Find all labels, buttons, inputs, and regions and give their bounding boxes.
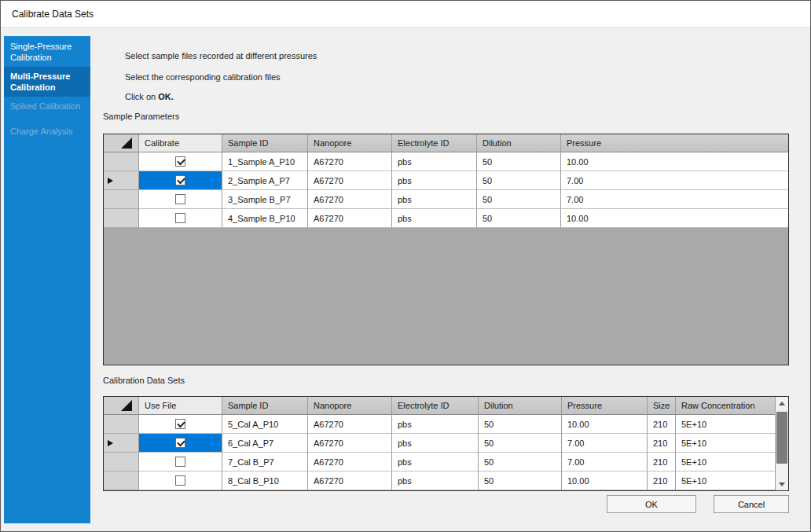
dilution-cell[interactable]: 50 <box>477 190 561 209</box>
row-header[interactable] <box>104 434 139 453</box>
raw-concentration-cell[interactable]: 5E+10 <box>676 415 775 434</box>
nanopore-cell[interactable]: A67270 <box>308 415 392 434</box>
electrolyte-id-cell[interactable]: pbs <box>392 471 479 490</box>
column-header-use-file[interactable]: Use File <box>139 397 222 415</box>
nanopore-cell[interactable]: A67270 <box>308 152 392 171</box>
select-all-cell[interactable] <box>104 134 139 152</box>
calibrate-cell[interactable] <box>139 209 222 228</box>
row-header[interactable] <box>104 471 139 490</box>
column-header-pressure[interactable]: Pressure <box>561 134 788 152</box>
scroll-up-button[interactable] <box>776 397 788 409</box>
electrolyte-id-cell[interactable]: pbs <box>392 190 477 209</box>
dilution-cell[interactable]: 50 <box>477 171 561 190</box>
title-bar[interactable]: Calibrate Data Sets <box>1 1 810 28</box>
calibrate-checkbox[interactable] <box>175 175 185 185</box>
nanopore-cell[interactable]: A67270 <box>308 434 392 453</box>
row-header[interactable] <box>104 190 139 209</box>
column-header-sample-id[interactable]: Sample ID <box>222 134 308 152</box>
dilution-cell[interactable]: 50 <box>479 471 562 490</box>
column-header-raw-concentration[interactable]: Raw Concentration <box>676 397 775 415</box>
electrolyte-id-cell[interactable]: pbs <box>392 171 477 190</box>
column-header-size[interactable]: Size <box>648 397 676 415</box>
pressure-cell[interactable]: 7.00 <box>562 434 648 453</box>
sample-id-cell[interactable]: 6_Cal A_P7 <box>222 434 308 453</box>
size-cell[interactable]: 210 <box>648 434 676 453</box>
electrolyte-id-cell[interactable]: pbs <box>392 415 479 434</box>
column-header-nanopore[interactable]: Nanopore <box>308 134 392 152</box>
sample-id-cell[interactable]: 7_Cal B_P7 <box>222 453 308 471</box>
raw-concentration-cell[interactable]: 5E+10 <box>676 434 775 453</box>
sidebar-item-multi-pressure-calibration[interactable]: Multi-Pressure Calibration <box>4 67 90 97</box>
raw-concentration-cell[interactable]: 5E+10 <box>676 471 775 490</box>
calibrate-cell[interactable] <box>139 152 222 171</box>
size-cell[interactable]: 210 <box>648 415 676 434</box>
sample-id-cell[interactable]: 4_Sample B_P10 <box>222 209 308 228</box>
row-header[interactable] <box>104 209 139 228</box>
size-cell[interactable]: 210 <box>648 471 676 490</box>
sample-id-cell[interactable]: 5_Cal A_P10 <box>222 415 308 434</box>
use-file-cell[interactable] <box>139 453 222 471</box>
dilution-cell[interactable]: 50 <box>479 434 562 453</box>
use-file-cell[interactable] <box>139 434 222 453</box>
row-header[interactable] <box>104 453 139 471</box>
column-header-calibrate[interactable]: Calibrate <box>139 134 222 152</box>
use-file-cell[interactable] <box>139 471 222 490</box>
pressure-cell[interactable]: 10.00 <box>561 152 788 171</box>
pressure-cell[interactable]: 10.00 <box>561 209 788 228</box>
vertical-scrollbar[interactable] <box>775 397 788 490</box>
column-header-electrolyte-id[interactable]: Electrolyte ID <box>392 397 479 415</box>
select-all-cell[interactable] <box>104 397 139 415</box>
electrolyte-id-cell[interactable]: pbs <box>392 453 479 471</box>
dilution-cell[interactable]: 50 <box>479 415 562 434</box>
column-header-dilution[interactable]: Dilution <box>479 397 562 415</box>
scrollbar-thumb[interactable] <box>776 412 787 464</box>
pressure-cell[interactable]: 7.00 <box>561 171 788 190</box>
use-file-checkbox[interactable] <box>175 475 185 486</box>
use-file-checkbox[interactable] <box>175 419 185 429</box>
sidebar-item-spiked-calibration[interactable]: Spiked Calibration <box>4 97 90 116</box>
row-header[interactable] <box>104 171 139 190</box>
column-header-nanopore[interactable]: Nanopore <box>308 397 392 415</box>
sample-id-cell[interactable]: 8_Cal B_P10 <box>222 471 308 490</box>
calibrate-cell[interactable] <box>139 190 222 209</box>
row-header[interactable] <box>104 152 139 171</box>
nanopore-cell[interactable]: A67270 <box>308 171 392 190</box>
electrolyte-id-cell[interactable]: pbs <box>392 152 477 171</box>
use-file-checkbox[interactable] <box>175 457 185 467</box>
use-file-cell[interactable] <box>139 415 222 434</box>
ok-button[interactable]: OK <box>607 495 696 513</box>
calibrate-cell[interactable] <box>139 171 222 190</box>
sample-id-cell[interactable]: 1_Sample A_P10 <box>222 152 308 171</box>
pressure-cell[interactable]: 7.00 <box>562 453 648 471</box>
column-header-sample-id[interactable]: Sample ID <box>222 397 308 415</box>
column-header-dilution[interactable]: Dilution <box>477 134 561 152</box>
pressure-cell[interactable]: 10.00 <box>562 471 648 490</box>
dilution-cell[interactable]: 50 <box>477 209 561 228</box>
nanopore-cell[interactable]: A67270 <box>308 453 392 471</box>
pressure-cell[interactable]: 10.00 <box>562 415 648 434</box>
calibrate-checkbox[interactable] <box>175 213 185 223</box>
sidebar-item-single-pressure-calibration[interactable]: Single-Pressure Calibration <box>4 37 90 67</box>
scroll-down-button[interactable] <box>776 478 788 490</box>
sidebar-item-charge-analysis[interactable]: Charge Analysis <box>4 122 90 141</box>
calibrate-checkbox[interactable] <box>175 156 185 167</box>
use-file-checkbox[interactable] <box>175 438 185 448</box>
size-cell[interactable]: 210 <box>648 453 676 471</box>
electrolyte-id-cell[interactable]: pbs <box>392 209 477 228</box>
calibrate-checkbox[interactable] <box>175 194 185 204</box>
table-row: 5_Cal A_P10 A67270 pbs 50 10.00 210 5E+1… <box>104 415 775 434</box>
nanopore-cell[interactable]: A67270 <box>308 209 392 228</box>
nanopore-cell[interactable]: A67270 <box>308 190 392 209</box>
pressure-cell[interactable]: 7.00 <box>561 190 788 209</box>
row-header[interactable] <box>104 415 139 434</box>
column-header-electrolyte-id[interactable]: Electrolyte ID <box>392 134 477 152</box>
dilution-cell[interactable]: 50 <box>477 152 561 171</box>
nanopore-cell[interactable]: A67270 <box>308 471 392 490</box>
sample-id-cell[interactable]: 3_Sample B_P7 <box>222 190 308 209</box>
sample-id-cell[interactable]: 2_Sample A_P7 <box>222 171 308 190</box>
cancel-button[interactable]: Cancel <box>714 495 789 513</box>
raw-concentration-cell[interactable]: 5E+10 <box>676 453 775 471</box>
column-header-pressure[interactable]: Pressure <box>562 397 648 415</box>
electrolyte-id-cell[interactable]: pbs <box>392 434 479 453</box>
dilution-cell[interactable]: 50 <box>479 453 562 471</box>
